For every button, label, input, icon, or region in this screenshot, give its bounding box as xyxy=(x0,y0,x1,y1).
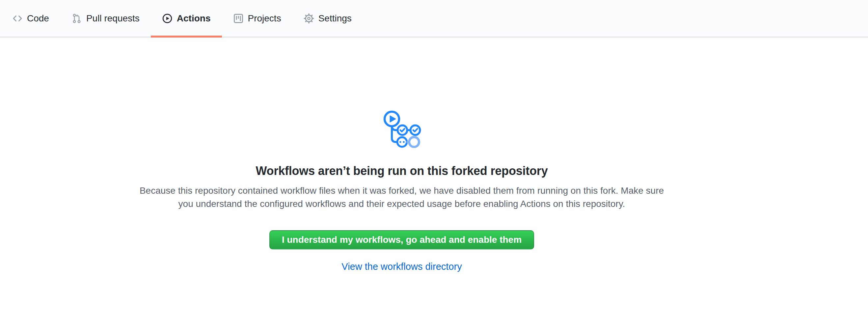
project-icon xyxy=(233,13,244,24)
tab-label: Settings xyxy=(318,14,352,23)
actions-blankslate: Workflows aren’t being run on this forke… xyxy=(132,37,672,273)
repo-tab-bar: Code Pull requests Actions Projects xyxy=(0,0,868,37)
blankslate-description: Because this repository contained workfl… xyxy=(132,184,672,211)
tab-projects[interactable]: Projects xyxy=(222,0,292,37)
enable-workflows-button[interactable]: I understand my workflows, go ahead and … xyxy=(269,230,534,249)
tab-label: Code xyxy=(27,14,49,23)
play-icon xyxy=(162,13,173,24)
blankslate-title: Workflows aren’t being run on this forke… xyxy=(132,164,672,178)
tab-label: Projects xyxy=(248,14,281,23)
tab-label: Actions xyxy=(177,14,211,23)
git-pull-request-icon xyxy=(71,13,82,24)
tab-label: Pull requests xyxy=(86,14,140,23)
workflow-graph-icon xyxy=(382,109,422,148)
tab-settings[interactable]: Settings xyxy=(292,0,363,37)
view-workflows-directory-link[interactable]: View the workflows directory xyxy=(341,260,462,273)
tab-pull-requests[interactable]: Pull requests xyxy=(60,0,151,37)
tab-code[interactable]: Code xyxy=(1,0,60,37)
tab-actions[interactable]: Actions xyxy=(151,0,222,37)
code-icon xyxy=(12,13,23,24)
actions-page: Workflows aren’t being run on this forke… xyxy=(0,37,868,273)
gear-icon xyxy=(304,13,314,24)
